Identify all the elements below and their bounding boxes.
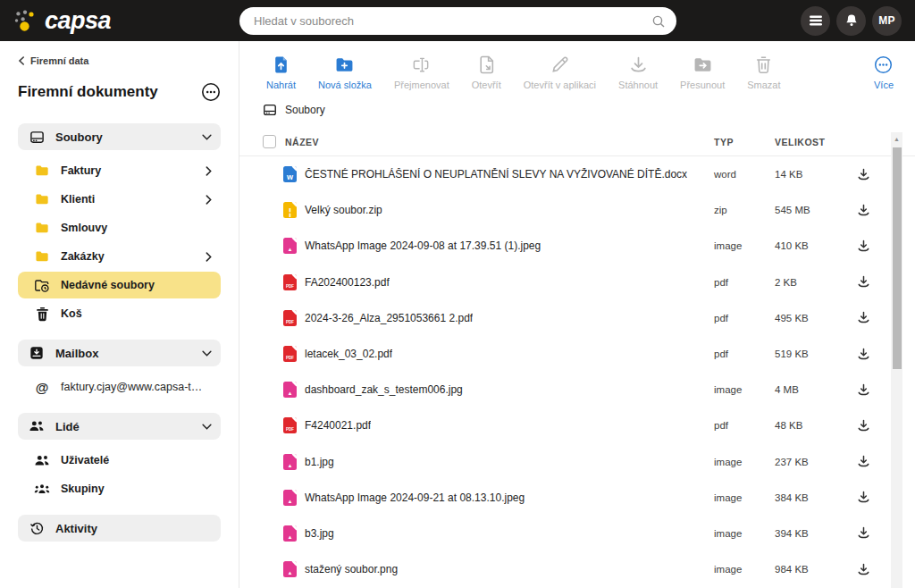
table-row[interactable]: b3.jpg image 394 KB xyxy=(239,516,915,551)
download-icon xyxy=(629,55,648,74)
folder-icon xyxy=(34,222,50,234)
sidebar-item-smlouvy[interactable]: Smlouvy xyxy=(18,214,221,241)
search-bar[interactable] xyxy=(239,7,676,35)
sidebar-item-zakazky[interactable]: Zakázky xyxy=(18,243,221,270)
table-row[interactable]: WhatsApp Image 2024-09-21 at 08.13.10.jp… xyxy=(239,480,915,516)
image-file-icon xyxy=(283,490,297,506)
file-name[interactable]: b3.jpg xyxy=(305,527,334,540)
file-size: 410 KB xyxy=(775,240,857,251)
sidebar-item-faktury[interactable]: Faktury xyxy=(18,157,221,184)
column-header-type[interactable]: TYP xyxy=(714,137,775,147)
download-button[interactable] xyxy=(857,526,870,540)
file-name[interactable]: F4240021.pdf xyxy=(305,419,371,432)
rename-button[interactable]: Přejmenovat xyxy=(394,55,449,90)
sidebar-item-kos[interactable]: Koš xyxy=(18,300,221,327)
download-button[interactable] xyxy=(857,563,870,576)
capsa-logo[interactable]: capsa xyxy=(13,7,111,35)
download-button[interactable] xyxy=(857,491,870,504)
file-name[interactable]: WhatsApp Image 2024-09-08 at 17.39.51 (1… xyxy=(305,239,541,252)
download-toolbar-button[interactable]: Stáhnout xyxy=(618,55,658,90)
trash-icon xyxy=(34,307,50,322)
sidebar-item-label: Mailbox xyxy=(55,347,202,360)
table-row[interactable]: WhatsApp Image 2024-09-08 at 17.39.51 (1… xyxy=(239,228,915,264)
chevron-right-icon xyxy=(206,252,212,262)
file-name[interactable]: FA202400123.pdf xyxy=(305,276,390,289)
new-folder-icon xyxy=(335,55,354,74)
sidebar-item-lide[interactable]: Lidé xyxy=(18,413,221,440)
menu-button[interactable] xyxy=(801,6,830,36)
table-scrollbar[interactable]: ▲ xyxy=(891,132,902,588)
column-header-size[interactable]: VELIKOST xyxy=(775,137,857,147)
title-more-button[interactable] xyxy=(201,82,221,102)
table-row[interactable]: ČESTNÉ PROHLÁŠENÍ O NEUPLATNĚNÍ SLEVY NA… xyxy=(239,156,915,192)
download-button[interactable] xyxy=(857,311,870,324)
logo-text: capsa xyxy=(45,7,111,35)
file-name[interactable]: dashboard_zak_s_testem006.jpg xyxy=(305,383,463,396)
image-file-icon xyxy=(283,382,297,398)
table-row[interactable]: Velký soubor.zip zip 545 MB xyxy=(239,192,915,228)
open-file-icon xyxy=(477,55,496,74)
chevron-left-icon xyxy=(18,56,25,65)
more-button[interactable]: Více xyxy=(874,55,894,90)
sidebar-item-skupiny[interactable]: Skupiny xyxy=(18,475,221,502)
groups-icon xyxy=(34,483,50,494)
move-button[interactable]: Přesunout xyxy=(680,55,725,90)
open-in-app-button[interactable]: Otevřít v aplikaci xyxy=(524,55,596,90)
file-type: image xyxy=(714,457,775,467)
sidebar-item-nedavne-soubory[interactable]: Nedávné soubory xyxy=(18,272,221,298)
chevron-right-icon xyxy=(206,166,212,176)
download-button[interactable] xyxy=(857,204,870,217)
open-button[interactable]: Otevřít xyxy=(472,55,501,90)
file-name[interactable]: ČESTNÉ PROHLÁŠENÍ O NEUPLATNĚNÍ SLEVY NA… xyxy=(305,168,687,181)
file-name[interactable]: b1.jpg xyxy=(305,456,334,468)
download-button[interactable] xyxy=(857,275,870,289)
select-all-checkbox[interactable] xyxy=(263,135,276,148)
table-row[interactable]: 2024-3-26_Alza_2951053661 2.pdf pdf 495 … xyxy=(239,300,915,336)
table-row[interactable]: b1.jpg image 237 KB xyxy=(239,444,915,480)
sidebar-item-mailbox-address[interactable]: @ faktury.cjay@www.capsa-t… xyxy=(18,374,221,400)
download-button[interactable] xyxy=(857,239,870,253)
table-row[interactable]: letacek_03_02.pdf pdf 519 KB xyxy=(239,336,915,372)
sidebar-item-uzivatele[interactable]: Uživatelé xyxy=(18,447,221,474)
download-button[interactable] xyxy=(857,348,870,361)
delete-button[interactable]: Smazat xyxy=(747,55,780,90)
word-file-icon xyxy=(283,166,297,182)
download-button[interactable] xyxy=(857,168,870,181)
file-size: 495 KB xyxy=(775,313,857,323)
search-icon[interactable] xyxy=(651,14,666,29)
scrollbar-thumb[interactable] xyxy=(893,147,902,369)
table-header: NÁZEV TYP VELIKOST xyxy=(239,128,915,156)
sidebar: Firemní data Firemní dokumenty xyxy=(0,41,239,588)
download-button[interactable] xyxy=(857,419,870,433)
scrollbar-up-arrow[interactable]: ▲ xyxy=(891,132,902,145)
column-header-name[interactable]: NÁZEV xyxy=(285,137,714,147)
trash-icon xyxy=(754,55,773,74)
search-input[interactable] xyxy=(254,14,651,28)
file-name[interactable]: WhatsApp Image 2024-09-21 at 08.13.10.jp… xyxy=(305,491,525,504)
sidebar-item-soubory[interactable]: Soubory xyxy=(18,123,221,150)
notifications-button[interactable] xyxy=(836,6,866,36)
sidebar-item-aktivity[interactable]: Aktivity xyxy=(18,515,221,542)
user-avatar[interactable]: MP xyxy=(872,6,902,36)
new-folder-button[interactable]: Nová složka xyxy=(318,55,372,90)
upload-button[interactable]: Nahrát xyxy=(266,55,296,90)
table-row[interactable]: dashboard_zak_s_testem006.jpg image 4 MB xyxy=(239,372,915,407)
table-row[interactable]: stažený soubor.png image 984 KB xyxy=(239,551,915,587)
download-button[interactable] xyxy=(857,455,870,468)
storage-icon xyxy=(29,130,45,145)
download-icon xyxy=(857,455,870,468)
table-row[interactable]: FA202400123.pdf pdf 2 KB xyxy=(239,265,915,300)
back-link[interactable]: Firemní data xyxy=(18,55,221,66)
file-name[interactable]: stažený soubor.png xyxy=(305,563,398,575)
file-size: 519 KB xyxy=(775,349,857,359)
file-name[interactable]: letacek_03_02.pdf xyxy=(305,348,392,360)
sidebar-item-mailbox[interactable]: Mailbox xyxy=(18,340,221,366)
file-type: word xyxy=(714,169,775,180)
breadcrumb[interactable]: Soubory xyxy=(239,97,915,128)
file-name[interactable]: 2024-3-26_Alza_2951053661 2.pdf xyxy=(305,312,473,324)
file-name[interactable]: Velký soubor.zip xyxy=(305,204,382,216)
toolbar-button-label: Více xyxy=(874,80,894,90)
table-row[interactable]: F4240021.pdf pdf 48 KB xyxy=(239,407,915,443)
download-button[interactable] xyxy=(857,383,870,397)
sidebar-item-klienti[interactable]: Klienti xyxy=(18,186,221,213)
